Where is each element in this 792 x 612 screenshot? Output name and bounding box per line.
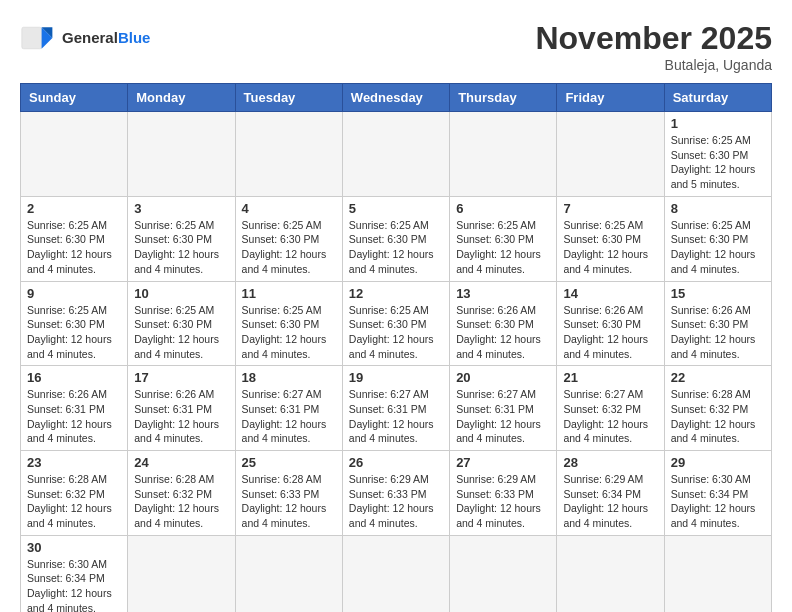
logo-text: GeneralBlue	[62, 30, 150, 47]
calendar-cell: 26Sunrise: 6:29 AM Sunset: 6:33 PM Dayli…	[342, 451, 449, 536]
calendar-cell: 5Sunrise: 6:25 AM Sunset: 6:30 PM Daylig…	[342, 196, 449, 281]
calendar-cell	[128, 535, 235, 612]
day-info: Sunrise: 6:29 AM Sunset: 6:34 PM Dayligh…	[563, 472, 657, 531]
day-info: Sunrise: 6:25 AM Sunset: 6:30 PM Dayligh…	[349, 303, 443, 362]
day-number: 16	[27, 370, 121, 385]
day-info: Sunrise: 6:26 AM Sunset: 6:31 PM Dayligh…	[134, 387, 228, 446]
day-number: 18	[242, 370, 336, 385]
day-info: Sunrise: 6:25 AM Sunset: 6:30 PM Dayligh…	[242, 218, 336, 277]
logo-icon	[20, 20, 56, 56]
day-number: 7	[563, 201, 657, 216]
day-info: Sunrise: 6:30 AM Sunset: 6:34 PM Dayligh…	[671, 472, 765, 531]
day-info: Sunrise: 6:27 AM Sunset: 6:32 PM Dayligh…	[563, 387, 657, 446]
calendar-cell: 16Sunrise: 6:26 AM Sunset: 6:31 PM Dayli…	[21, 366, 128, 451]
day-number: 24	[134, 455, 228, 470]
day-info: Sunrise: 6:25 AM Sunset: 6:30 PM Dayligh…	[27, 218, 121, 277]
calendar-cell: 1Sunrise: 6:25 AM Sunset: 6:30 PM Daylig…	[664, 112, 771, 197]
day-info: Sunrise: 6:29 AM Sunset: 6:33 PM Dayligh…	[349, 472, 443, 531]
day-number: 8	[671, 201, 765, 216]
day-number: 17	[134, 370, 228, 385]
calendar-cell: 18Sunrise: 6:27 AM Sunset: 6:31 PM Dayli…	[235, 366, 342, 451]
day-info: Sunrise: 6:25 AM Sunset: 6:30 PM Dayligh…	[134, 218, 228, 277]
calendar-cell: 21Sunrise: 6:27 AM Sunset: 6:32 PM Dayli…	[557, 366, 664, 451]
day-number: 22	[671, 370, 765, 385]
day-number: 26	[349, 455, 443, 470]
day-number: 6	[456, 201, 550, 216]
calendar-cell: 23Sunrise: 6:28 AM Sunset: 6:32 PM Dayli…	[21, 451, 128, 536]
day-info: Sunrise: 6:26 AM Sunset: 6:31 PM Dayligh…	[27, 387, 121, 446]
day-info: Sunrise: 6:25 AM Sunset: 6:30 PM Dayligh…	[27, 303, 121, 362]
day-info: Sunrise: 6:26 AM Sunset: 6:30 PM Dayligh…	[563, 303, 657, 362]
calendar-week-row: 2Sunrise: 6:25 AM Sunset: 6:30 PM Daylig…	[21, 196, 772, 281]
title-block: November 2025 Butaleja, Uganda	[535, 20, 772, 73]
calendar-cell	[664, 535, 771, 612]
calendar-cell	[128, 112, 235, 197]
day-info: Sunrise: 6:28 AM Sunset: 6:32 PM Dayligh…	[671, 387, 765, 446]
calendar-cell: 30Sunrise: 6:30 AM Sunset: 6:34 PM Dayli…	[21, 535, 128, 612]
day-number: 13	[456, 286, 550, 301]
calendar-cell: 27Sunrise: 6:29 AM Sunset: 6:33 PM Dayli…	[450, 451, 557, 536]
location-subtitle: Butaleja, Uganda	[535, 57, 772, 73]
calendar-cell: 4Sunrise: 6:25 AM Sunset: 6:30 PM Daylig…	[235, 196, 342, 281]
day-info: Sunrise: 6:25 AM Sunset: 6:30 PM Dayligh…	[242, 303, 336, 362]
day-info: Sunrise: 6:28 AM Sunset: 6:32 PM Dayligh…	[27, 472, 121, 531]
calendar-cell: 12Sunrise: 6:25 AM Sunset: 6:30 PM Dayli…	[342, 281, 449, 366]
day-info: Sunrise: 6:29 AM Sunset: 6:33 PM Dayligh…	[456, 472, 550, 531]
calendar-cell: 20Sunrise: 6:27 AM Sunset: 6:31 PM Dayli…	[450, 366, 557, 451]
weekday-header-monday: Monday	[128, 84, 235, 112]
day-number: 28	[563, 455, 657, 470]
day-number: 19	[349, 370, 443, 385]
day-number: 12	[349, 286, 443, 301]
day-number: 29	[671, 455, 765, 470]
calendar-cell: 9Sunrise: 6:25 AM Sunset: 6:30 PM Daylig…	[21, 281, 128, 366]
calendar-cell: 29Sunrise: 6:30 AM Sunset: 6:34 PM Dayli…	[664, 451, 771, 536]
weekday-header-thursday: Thursday	[450, 84, 557, 112]
day-info: Sunrise: 6:25 AM Sunset: 6:30 PM Dayligh…	[563, 218, 657, 277]
day-number: 2	[27, 201, 121, 216]
weekday-header-wednesday: Wednesday	[342, 84, 449, 112]
calendar-week-row: 16Sunrise: 6:26 AM Sunset: 6:31 PM Dayli…	[21, 366, 772, 451]
day-number: 21	[563, 370, 657, 385]
calendar-cell: 19Sunrise: 6:27 AM Sunset: 6:31 PM Dayli…	[342, 366, 449, 451]
calendar-cell: 3Sunrise: 6:25 AM Sunset: 6:30 PM Daylig…	[128, 196, 235, 281]
calendar-cell: 28Sunrise: 6:29 AM Sunset: 6:34 PM Dayli…	[557, 451, 664, 536]
day-number: 11	[242, 286, 336, 301]
calendar-cell: 2Sunrise: 6:25 AM Sunset: 6:30 PM Daylig…	[21, 196, 128, 281]
weekday-header-tuesday: Tuesday	[235, 84, 342, 112]
calendar-cell: 8Sunrise: 6:25 AM Sunset: 6:30 PM Daylig…	[664, 196, 771, 281]
calendar-cell	[342, 112, 449, 197]
calendar-cell: 17Sunrise: 6:26 AM Sunset: 6:31 PM Dayli…	[128, 366, 235, 451]
calendar-cell: 15Sunrise: 6:26 AM Sunset: 6:30 PM Dayli…	[664, 281, 771, 366]
calendar-cell	[557, 535, 664, 612]
day-number: 4	[242, 201, 336, 216]
day-number: 27	[456, 455, 550, 470]
calendar-cell	[450, 535, 557, 612]
calendar-cell: 7Sunrise: 6:25 AM Sunset: 6:30 PM Daylig…	[557, 196, 664, 281]
weekday-header-sunday: Sunday	[21, 84, 128, 112]
day-number: 10	[134, 286, 228, 301]
calendar-table: SundayMondayTuesdayWednesdayThursdayFrid…	[20, 83, 772, 612]
weekday-header-saturday: Saturday	[664, 84, 771, 112]
day-info: Sunrise: 6:27 AM Sunset: 6:31 PM Dayligh…	[456, 387, 550, 446]
day-number: 15	[671, 286, 765, 301]
calendar-week-row: 1Sunrise: 6:25 AM Sunset: 6:30 PM Daylig…	[21, 112, 772, 197]
day-info: Sunrise: 6:27 AM Sunset: 6:31 PM Dayligh…	[242, 387, 336, 446]
day-number: 9	[27, 286, 121, 301]
svg-rect-0	[22, 27, 42, 49]
calendar-cell	[450, 112, 557, 197]
calendar-cell	[557, 112, 664, 197]
day-number: 1	[671, 116, 765, 131]
day-number: 23	[27, 455, 121, 470]
day-number: 20	[456, 370, 550, 385]
calendar-week-row: 30Sunrise: 6:30 AM Sunset: 6:34 PM Dayli…	[21, 535, 772, 612]
calendar-week-row: 9Sunrise: 6:25 AM Sunset: 6:30 PM Daylig…	[21, 281, 772, 366]
day-number: 5	[349, 201, 443, 216]
day-info: Sunrise: 6:27 AM Sunset: 6:31 PM Dayligh…	[349, 387, 443, 446]
day-info: Sunrise: 6:25 AM Sunset: 6:30 PM Dayligh…	[349, 218, 443, 277]
calendar-cell: 14Sunrise: 6:26 AM Sunset: 6:30 PM Dayli…	[557, 281, 664, 366]
calendar-cell	[21, 112, 128, 197]
weekday-header-row: SundayMondayTuesdayWednesdayThursdayFrid…	[21, 84, 772, 112]
day-info: Sunrise: 6:26 AM Sunset: 6:30 PM Dayligh…	[671, 303, 765, 362]
calendar-cell: 24Sunrise: 6:28 AM Sunset: 6:32 PM Dayli…	[128, 451, 235, 536]
day-info: Sunrise: 6:25 AM Sunset: 6:30 PM Dayligh…	[456, 218, 550, 277]
